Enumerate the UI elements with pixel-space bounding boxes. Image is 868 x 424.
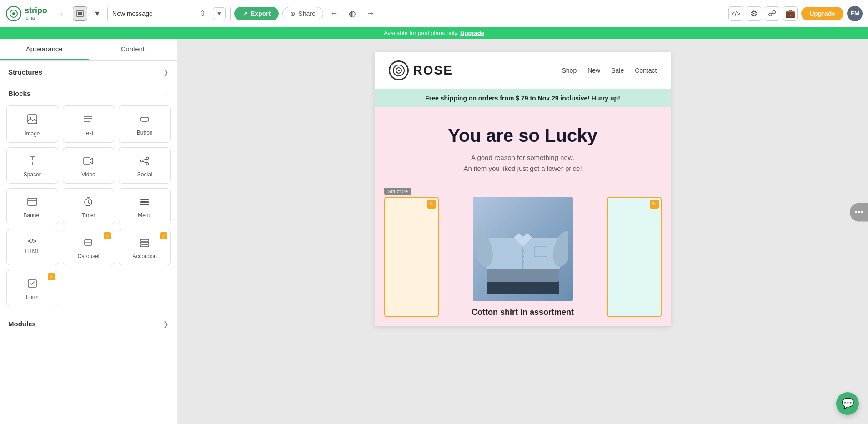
email-nav-links: Shop New Sale Contact <box>562 67 657 74</box>
svg-point-47 <box>522 250 524 253</box>
share-icon: ⊕ <box>290 10 296 17</box>
message-dropdown-button[interactable]: ▼ <box>213 7 226 20</box>
block-html[interactable]: </> HTML <box>6 229 58 265</box>
avatar[interactable]: EM <box>847 6 863 21</box>
block-accordion[interactable]: ⚡ Accordion <box>119 229 171 265</box>
nav-link-contact[interactable]: Contact <box>635 67 657 74</box>
pages-button[interactable] <box>73 6 87 21</box>
svg-rect-16 <box>84 158 90 164</box>
back-button[interactable]: ← <box>56 7 69 20</box>
svg-rect-5 <box>28 115 37 124</box>
block-accordion-label: Accordion <box>132 253 156 259</box>
upgrade-button[interactable]: Upgrade <box>801 7 843 20</box>
export-label: Export <box>251 10 271 17</box>
left-panel: Appearance Content Structures ❯ Blocks ⌄… <box>0 39 177 424</box>
product-section: Structure ✎ <box>375 188 671 326</box>
product-image <box>473 197 573 301</box>
nav-link-sale[interactable]: Sale <box>611 67 624 74</box>
svg-rect-28 <box>140 199 149 200</box>
svg-rect-33 <box>140 239 149 241</box>
main-layout: Appearance Content Structures ❯ Blocks ⌄… <box>0 39 868 424</box>
block-carousel[interactable]: ⚡ Carousel <box>63 229 115 265</box>
paid-banner-upgrade-link[interactable]: Upgrade <box>460 30 484 36</box>
side-panel-right[interactable]: ••• <box>850 203 868 221</box>
svg-rect-4 <box>78 12 82 15</box>
tab-content[interactable]: Content <box>89 39 177 60</box>
logo-main-text: stripo <box>25 6 47 15</box>
block-social-label: Social <box>137 171 152 178</box>
settings-button[interactable]: ⚙ <box>747 6 761 21</box>
dropdown-nav-button[interactable]: ▼ <box>91 7 104 20</box>
carousel-icon <box>83 238 93 249</box>
share-button[interactable]: ⊕ Share <box>282 7 323 20</box>
undo-button[interactable]: ← <box>327 6 341 21</box>
block-button[interactable]: Button <box>119 105 171 143</box>
svg-point-19 <box>146 163 149 165</box>
modules-section[interactable]: Modules ❯ <box>0 313 177 334</box>
logo-text-block: stripo .email <box>25 6 47 20</box>
svg-point-49 <box>522 261 524 264</box>
block-text-label: Text <box>83 130 93 136</box>
nav-link-shop[interactable]: Shop <box>562 67 577 74</box>
accordion-icon <box>140 238 150 249</box>
export-button[interactable]: ↗ Export <box>234 7 279 20</box>
block-text[interactable]: Text <box>63 105 115 143</box>
blocks-label: Blocks <box>8 90 30 97</box>
code-view-button[interactable]: </> <box>728 6 743 21</box>
svg-point-2 <box>12 12 15 15</box>
history-button[interactable]: ◍ <box>345 6 360 21</box>
shirt-illustration <box>477 201 568 297</box>
block-timer[interactable]: Timer <box>63 188 115 224</box>
upload-button[interactable]: ⇧ <box>196 7 209 20</box>
structures-section[interactable]: Structures ❯ <box>0 61 177 82</box>
block-banner[interactable]: Banner <box>6 188 58 224</box>
block-image-label: Image <box>25 130 40 137</box>
svg-rect-30 <box>140 204 149 205</box>
block-menu[interactable]: Menu <box>119 188 171 224</box>
block-button-label: Button <box>137 130 153 136</box>
block-social[interactable]: Social <box>119 147 171 184</box>
block-spacer[interactable]: Spacer <box>6 147 58 184</box>
block-menu-label: Menu <box>138 212 151 219</box>
product-card-right[interactable]: ✎ <box>607 197 662 317</box>
export-icon: ↗ <box>242 10 248 17</box>
block-video[interactable]: Video <box>63 147 115 184</box>
video-icon <box>83 156 93 168</box>
message-input-wrapper: ⇧ ▼ <box>107 6 231 21</box>
nav-link-new[interactable]: New <box>587 67 600 74</box>
block-image[interactable]: Image <box>6 105 58 143</box>
topbar: stripo .email ← ▼ ⇧ ▼ ↗ Export ⊕ Share ←… <box>0 0 868 27</box>
responsive-button[interactable]: ☍ <box>765 6 779 21</box>
tab-appearance[interactable]: Appearance <box>0 39 89 60</box>
brand-circle-icon <box>389 60 409 80</box>
hero-title-bold: Lucky <box>545 125 597 145</box>
hero-subtitle: A good reason for something new. An item… <box>389 152 657 174</box>
image-icon <box>27 114 37 127</box>
text-icon <box>83 114 93 126</box>
redo-button[interactable]: → <box>363 6 378 21</box>
svg-point-39 <box>398 70 400 71</box>
blocks-section-header[interactable]: Blocks ⌄ <box>0 82 177 104</box>
svg-rect-22 <box>28 198 37 205</box>
chat-button[interactable]: 💬 <box>836 392 859 415</box>
block-form[interactable]: ⚡ Form <box>6 270 58 306</box>
edit-icon-right: ✎ <box>650 200 659 209</box>
product-name: Cotton shirt in assortment <box>467 308 578 317</box>
product-center: Cotton shirt in assortment <box>446 197 600 317</box>
shipping-banner-text: Free shipping on orders from $ 79 to Nov… <box>425 95 620 102</box>
email-preview: ROSE Shop New Sale Contact Free shipping… <box>375 52 671 326</box>
block-video-label: Video <box>81 171 95 178</box>
brand-logo: ROSE <box>389 60 453 80</box>
block-spacer-label: Spacer <box>24 171 41 178</box>
svg-rect-11 <box>140 117 149 121</box>
message-input[interactable] <box>112 10 192 17</box>
hero-title: You are so Lucky <box>389 125 657 146</box>
bag-button[interactable]: 💼 <box>783 6 798 21</box>
email-nav: ROSE Shop New Sale Contact <box>375 52 671 89</box>
logo[interactable]: stripo .email <box>5 5 47 22</box>
paid-banner-text: Available for paid plans only. <box>384 30 458 36</box>
carousel-lightning-badge: ⚡ <box>104 232 111 239</box>
block-timer-label: Timer <box>81 212 95 219</box>
form-icon <box>27 279 37 290</box>
product-card-left[interactable]: ✎ <box>384 197 439 317</box>
